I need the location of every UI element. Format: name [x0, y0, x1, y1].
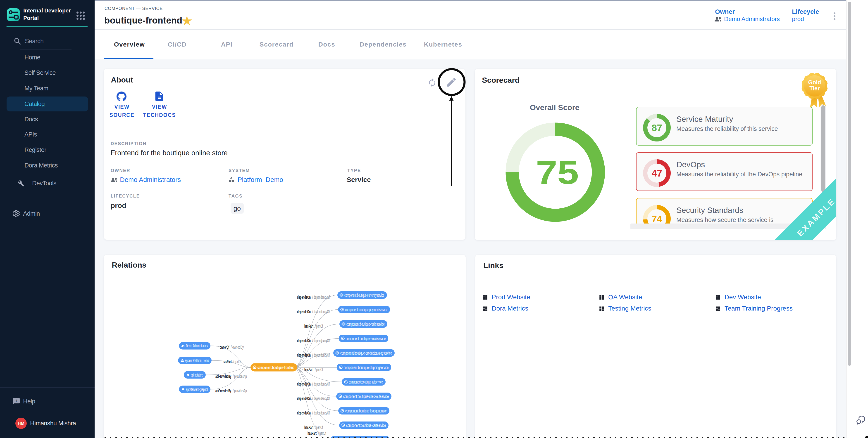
svg-text:75: 75: [536, 154, 579, 191]
svg-text:74: 74: [652, 213, 662, 224]
svg-text:Gold: Gold: [808, 79, 821, 86]
svg-text:47: 47: [652, 168, 662, 178]
svg-text:Tier: Tier: [809, 85, 820, 92]
svg-text:87: 87: [652, 123, 662, 133]
svg-text:?: ?: [16, 399, 18, 403]
